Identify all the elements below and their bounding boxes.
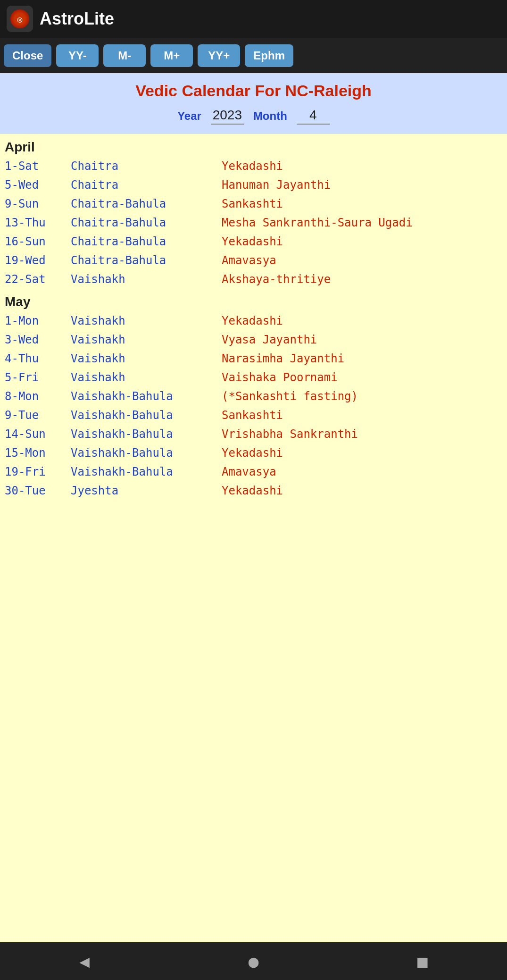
cal-date: 1-Mon	[5, 314, 71, 327]
cal-paksha: Chaitra-Bahula	[71, 235, 222, 248]
month-value: 4	[297, 108, 330, 125]
ephm-button[interactable]: Ephm	[245, 44, 293, 67]
cal-event: Sankashti	[222, 197, 502, 210]
cal-date: 30-Tue	[5, 484, 71, 497]
cal-date: 4-Thu	[5, 352, 71, 365]
calendar-body: April1-SatChaitraYekadashi5-WedChaitraHa…	[0, 134, 507, 942]
cal-paksha: Chaitra	[71, 178, 222, 192]
table-row: 13-ThuChaitra-BahulaMesha Sankranthi-Sau…	[0, 213, 507, 232]
cal-event: Vrishabha Sankranthi	[222, 427, 502, 441]
table-row: 14-SunVaishakh-BahulaVrishabha Sankranth…	[0, 425, 507, 444]
app-icon-inner: ◎	[10, 9, 29, 28]
table-row: 4-ThuVaishakhNarasimha Jayanthi	[0, 349, 507, 368]
month-label: Month	[253, 109, 287, 123]
cal-event: Yekadashi	[222, 314, 502, 327]
cal-event: Narasimha Jayanthi	[222, 352, 502, 365]
cal-paksha: Vaishakh-Bahula	[71, 409, 222, 422]
table-row: 16-SunChaitra-BahulaYekadashi	[0, 232, 507, 251]
table-row: 19-FriVaishakh-BahulaAmavasya	[0, 462, 507, 481]
cal-date: 19-Wed	[5, 254, 71, 267]
cal-date: 3-Wed	[5, 333, 71, 346]
app-title: AstroLite	[40, 9, 114, 29]
cal-event: Yekadashi	[222, 484, 502, 497]
cal-date: 22-Sat	[5, 273, 71, 286]
yy-plus-button[interactable]: YY+	[198, 44, 240, 67]
table-row: 15-MonVaishakh-BahulaYekadashi	[0, 444, 507, 462]
cal-paksha: Vaishakh	[71, 371, 222, 384]
month-header: April	[0, 134, 507, 157]
cal-event: Mesha Sankranthi-Saura Ugadi	[222, 216, 502, 229]
table-row: 5-FriVaishakhVaishaka Poornami	[0, 368, 507, 387]
table-row: 5-WedChaitraHanuman Jayanthi	[0, 176, 507, 194]
cal-paksha: Chaitra-Bahula	[71, 197, 222, 210]
cal-event: Akshaya-thritiye	[222, 273, 502, 286]
cal-event: Amavasya	[222, 254, 502, 267]
cal-date: 14-Sun	[5, 427, 71, 441]
year-label: Year	[177, 109, 201, 123]
cal-event: Yekadashi	[222, 159, 502, 173]
table-row: 1-MonVaishakhYekadashi	[0, 311, 507, 330]
cal-date: 8-Mon	[5, 390, 71, 403]
table-row: 8-MonVaishakh-Bahula(*Sankashti fasting)	[0, 387, 507, 406]
cal-date: 15-Mon	[5, 446, 71, 460]
cal-event: Hanuman Jayanthi	[222, 178, 502, 192]
table-row: 9-TueVaishakh-BahulaSankashti	[0, 406, 507, 425]
cal-paksha: Chaitra-Bahula	[71, 216, 222, 229]
table-row: 3-WedVaishakhVyasa Jayanthi	[0, 330, 507, 349]
cal-event: (*Sankashti fasting)	[222, 390, 502, 403]
bottom-nav: ◀ ● ■	[0, 942, 507, 980]
cal-paksha: Vaishakh-Bahula	[71, 390, 222, 403]
back-button[interactable]: ◀	[79, 952, 90, 971]
home-button[interactable]: ●	[249, 952, 259, 971]
cal-paksha: Vaishakh-Bahula	[71, 465, 222, 478]
year-value: 2023	[211, 108, 244, 125]
toolbar: Close YY- M- M+ YY+ Ephm	[0, 38, 507, 73]
cal-event: Yekadashi	[222, 235, 502, 248]
close-button[interactable]: Close	[4, 44, 51, 67]
cal-date: 5-Wed	[5, 178, 71, 192]
cal-date: 13-Thu	[5, 216, 71, 229]
cal-paksha: Vaishakh	[71, 352, 222, 365]
cal-event: Yekadashi	[222, 446, 502, 460]
cal-event: Amavasya	[222, 465, 502, 478]
cal-event: Sankashti	[222, 409, 502, 422]
cal-paksha: Vaishakh	[71, 333, 222, 346]
cal-paksha: Vaishakh	[71, 273, 222, 286]
cal-date: 9-Sun	[5, 197, 71, 210]
calendar-header: Vedic Calendar For NC-Raleigh Year 2023 …	[0, 73, 507, 134]
cal-paksha: Vaishakh-Bahula	[71, 446, 222, 460]
app-header: ◎ AstroLite	[0, 0, 507, 38]
cal-paksha: Chaitra-Bahula	[71, 254, 222, 267]
table-row: 30-TueJyeshtaYekadashi	[0, 481, 507, 500]
cal-paksha: Chaitra	[71, 159, 222, 173]
cal-paksha: Vaishakh-Bahula	[71, 427, 222, 441]
app-icon: ◎	[7, 6, 33, 32]
table-row: 1-SatChaitraYekadashi	[0, 157, 507, 176]
m-minus-button[interactable]: M-	[103, 44, 146, 67]
recent-button[interactable]: ■	[417, 952, 428, 971]
yy-minus-button[interactable]: YY-	[56, 44, 99, 67]
cal-paksha: Jyeshta	[71, 484, 222, 497]
m-plus-button[interactable]: M+	[150, 44, 193, 67]
table-row: 9-SunChaitra-BahulaSankashti	[0, 194, 507, 213]
cal-paksha: Vaishakh	[71, 314, 222, 327]
table-row: 19-WedChaitra-BahulaAmavasya	[0, 251, 507, 270]
cal-event: Vyasa Jayanthi	[222, 333, 502, 346]
cal-date: 9-Tue	[5, 409, 71, 422]
cal-event: Vaishaka Poornami	[222, 371, 502, 384]
cal-date: 19-Fri	[5, 465, 71, 478]
year-month-row: Year 2023 Month 4	[5, 108, 502, 129]
table-row: 22-SatVaishakhAkshaya-thritiye	[0, 270, 507, 289]
cal-date: 1-Sat	[5, 159, 71, 173]
calendar-title: Vedic Calendar For NC-Raleigh	[5, 82, 502, 100]
month-header: May	[0, 289, 507, 311]
cal-date: 5-Fri	[5, 371, 71, 384]
cal-date: 16-Sun	[5, 235, 71, 248]
